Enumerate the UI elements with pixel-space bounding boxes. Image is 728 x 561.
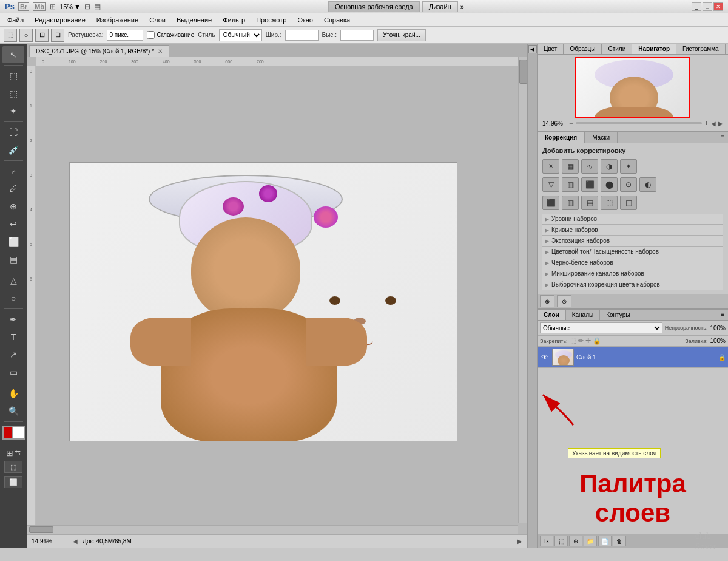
adj-channel-mix[interactable]: ▶ Микширование каналов наборов — [542, 268, 723, 279]
crop-tool[interactable]: ⛶ — [2, 124, 24, 141]
adj-selective-color[interactable]: ▶ Выборочная коррекция цвета наборов — [542, 279, 723, 290]
brush-tool[interactable]: 🖊 — [2, 180, 24, 197]
menu-edit[interactable]: Редактирование — [30, 15, 90, 25]
menu-image[interactable]: Изображение — [92, 15, 143, 25]
zoom-control[interactable]: 15% ▼ — [59, 3, 81, 10]
tab-channels[interactable]: Каналы — [566, 310, 601, 320]
background-color[interactable] — [12, 426, 25, 440]
layer-visibility-toggle[interactable]: 👁 — [540, 352, 550, 362]
maximize-button[interactable]: □ — [703, 2, 712, 11]
screen-mode-button[interactable]: ⬜ — [4, 476, 22, 488]
rect-select-btn[interactable]: ⬚ — [4, 29, 17, 42]
pen-tool[interactable]: ✒ — [2, 311, 24, 328]
gradient-tool[interactable]: ▤ — [2, 251, 24, 268]
posterize-icon[interactable]: ⬛ — [542, 195, 559, 210]
menu-view[interactable]: Просмотр — [251, 15, 291, 25]
new-layer-button[interactable]: 📄 — [598, 536, 612, 546]
adj-levels[interactable]: ▶ Уровни наборов — [542, 214, 723, 225]
shape-tool[interactable]: ▭ — [2, 364, 24, 381]
menu-help[interactable]: Справка — [319, 15, 355, 25]
channel-mixer-icon[interactable]: ⊙ — [620, 177, 637, 192]
rect-marquee-tool[interactable]: ⬚ — [2, 67, 24, 84]
workspace-button[interactable]: Основная рабочая среда — [328, 1, 420, 12]
photo-filter-icon[interactable]: ⬤ — [601, 177, 618, 192]
panel-ctrl-1[interactable]: ⊕ — [540, 295, 554, 307]
tab-swatches[interactable]: Образцы — [564, 44, 602, 54]
canvas-scrollbar-vertical[interactable] — [518, 57, 527, 523]
ellipse-select-btn[interactable]: ○ — [19, 29, 33, 42]
design-button[interactable]: Дизайн — [422, 1, 458, 12]
eraser-tool[interactable]: ⬜ — [2, 233, 24, 250]
lock-all-icon[interactable]: 🔒 — [593, 337, 601, 345]
new-fill-layer-button[interactable]: ⊕ — [569, 536, 582, 546]
nav-zoom-out-icon[interactable]: − — [569, 119, 573, 127]
new-group-button[interactable]: 📁 — [584, 536, 597, 546]
refine-edge-button[interactable]: Уточн. край... — [377, 29, 426, 41]
style-select[interactable]: Обычный — [219, 29, 262, 41]
minimize-button[interactable]: _ — [692, 2, 701, 11]
levels-icon[interactable]: ▦ — [562, 159, 579, 174]
more-workspaces-icon[interactable]: » — [460, 3, 464, 10]
history-brush-tool[interactable]: ↩ — [2, 216, 24, 233]
eyedropper-tool[interactable]: 💉 — [2, 141, 24, 158]
quick-mask-button[interactable]: ⬚ — [4, 461, 22, 473]
nav-zoom-in-icon[interactable]: + — [704, 119, 709, 127]
swap-colors-icon[interactable]: ⇆ — [15, 448, 21, 458]
exposure-icon[interactable]: ◑ — [601, 159, 618, 174]
curves-icon[interactable]: ∿ — [581, 159, 598, 174]
delete-layer-button[interactable]: 🗑 — [613, 536, 626, 546]
adj-exposure[interactable]: ▶ Экспозиция наборов — [542, 236, 723, 246]
status-arrow-right[interactable]: ▶ — [517, 538, 522, 545]
invert-icon[interactable]: ◐ — [639, 177, 656, 192]
adj-curves[interactable]: ▶ Кривые наборов — [542, 225, 723, 236]
document-tab[interactable]: DSC_0471.JPG @ 15% (Слой 1, RGB/8*) * ✕ — [29, 45, 169, 57]
threshold-icon[interactable]: ▥ — [562, 195, 579, 210]
path-selection-tool[interactable]: ↗ — [2, 346, 24, 363]
blur-tool[interactable]: △ — [2, 272, 24, 289]
canvas-scrollbar-horizontal[interactable] — [27, 525, 518, 534]
zoom-tool[interactable]: 🔍 — [2, 403, 24, 420]
feather-input[interactable] — [107, 30, 143, 41]
correction-panel-options[interactable]: ≡ — [717, 132, 728, 143]
menu-layers[interactable]: Слои — [144, 15, 170, 25]
tab-histogram[interactable]: Гистограмма — [676, 44, 726, 54]
brightness-icon[interactable]: ☀ — [542, 159, 559, 174]
move-tool[interactable]: ↖ — [2, 46, 24, 63]
scroll-thumb-vertical[interactable] — [519, 59, 527, 84]
layer-blend-mode-select[interactable]: Обычные — [540, 322, 662, 333]
lock-transparent-icon[interactable]: ⬚ — [570, 337, 576, 345]
tab-color[interactable]: Цвет — [538, 44, 564, 54]
tab-navigator[interactable]: Навигатор — [632, 44, 676, 54]
gradient-map-icon[interactable]: ▤ — [581, 195, 598, 210]
tab-layers[interactable]: Слои — [538, 310, 566, 320]
clone-tool[interactable]: ⊕ — [2, 198, 24, 215]
vibrance-icon[interactable]: ✦ — [620, 159, 637, 174]
magic-wand-tool[interactable]: ✦ — [2, 103, 24, 120]
lock-position-icon[interactable]: ✛ — [585, 337, 591, 345]
zoom-dropdown-icon[interactable]: ▼ — [74, 3, 81, 10]
color-balance-icon[interactable]: ▥ — [562, 177, 579, 192]
extra-icon[interactable]: ◫ — [620, 195, 637, 210]
close-button[interactable]: ✕ — [713, 2, 723, 11]
layers-panel-options[interactable]: ≡ — [717, 310, 728, 320]
tab-styles[interactable]: Стили — [602, 44, 632, 54]
nav-zoom-arrow-right[interactable]: ▶ — [718, 120, 723, 127]
menu-filter[interactable]: Фильтр — [218, 15, 250, 25]
panel-ctrl-2[interactable]: ⊙ — [557, 295, 571, 307]
add-layer-style-button[interactable]: fx — [540, 536, 553, 546]
menu-file[interactable]: Файл — [2, 15, 29, 25]
tab-paths[interactable]: Контуры — [600, 310, 636, 320]
hand-tool[interactable]: ✋ — [2, 385, 24, 402]
nav-zoom-arrow-left[interactable]: ◀ — [711, 120, 716, 127]
sub-select-btn[interactable]: ⊟ — [51, 29, 64, 42]
layer-row-1[interactable]: 👁 Слой 1 🔒 — [538, 347, 728, 368]
lock-pixels-icon[interactable]: ✏ — [578, 337, 584, 345]
adj-hue-sat[interactable]: ▶ Цветовой тон/Насыщенность наборов — [542, 246, 723, 257]
panel-collapse-button[interactable]: ◀ — [528, 45, 537, 53]
add-select-btn[interactable]: ⊞ — [35, 29, 49, 42]
nav-zoom-slider[interactable] — [576, 122, 702, 124]
menu-select[interactable]: Выделение — [172, 15, 217, 25]
hue-sat-icon[interactable]: ▽ — [542, 177, 559, 192]
bw-icon[interactable]: ⬛ — [581, 177, 598, 192]
tab-masks[interactable]: Маски — [585, 132, 618, 143]
